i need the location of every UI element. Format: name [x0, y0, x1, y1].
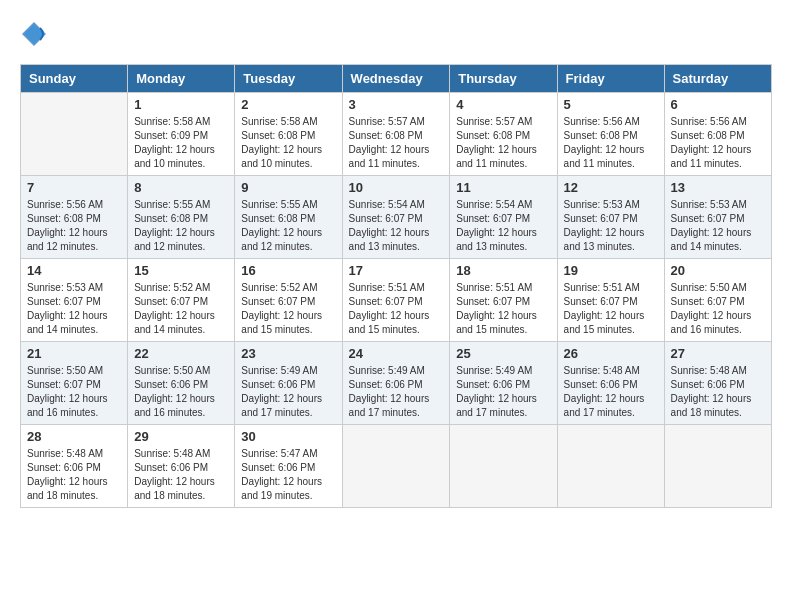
day-number: 14 — [27, 263, 121, 278]
day-cell: 16Sunrise: 5:52 AMSunset: 6:07 PMDayligh… — [235, 259, 342, 342]
day-cell: 17Sunrise: 5:51 AMSunset: 6:07 PMDayligh… — [342, 259, 450, 342]
day-cell: 8Sunrise: 5:55 AMSunset: 6:08 PMDaylight… — [128, 176, 235, 259]
week-row-3: 14Sunrise: 5:53 AMSunset: 6:07 PMDayligh… — [21, 259, 772, 342]
day-cell — [450, 425, 557, 508]
day-number: 22 — [134, 346, 228, 361]
day-number: 5 — [564, 97, 658, 112]
col-sunday: Sunday — [21, 65, 128, 93]
day-cell: 12Sunrise: 5:53 AMSunset: 6:07 PMDayligh… — [557, 176, 664, 259]
day-info: Sunrise: 5:56 AMSunset: 6:08 PMDaylight:… — [27, 199, 108, 252]
day-info: Sunrise: 5:51 AMSunset: 6:07 PMDaylight:… — [349, 282, 430, 335]
day-info: Sunrise: 5:50 AMSunset: 6:06 PMDaylight:… — [134, 365, 215, 418]
day-info: Sunrise: 5:52 AMSunset: 6:07 PMDaylight:… — [241, 282, 322, 335]
day-cell: 15Sunrise: 5:52 AMSunset: 6:07 PMDayligh… — [128, 259, 235, 342]
day-number: 13 — [671, 180, 765, 195]
day-info: Sunrise: 5:52 AMSunset: 6:07 PMDaylight:… — [134, 282, 215, 335]
day-number: 30 — [241, 429, 335, 444]
day-number: 25 — [456, 346, 550, 361]
day-cell: 1Sunrise: 5:58 AMSunset: 6:09 PMDaylight… — [128, 93, 235, 176]
day-number: 12 — [564, 180, 658, 195]
day-info: Sunrise: 5:49 AMSunset: 6:06 PMDaylight:… — [349, 365, 430, 418]
day-cell: 4Sunrise: 5:57 AMSunset: 6:08 PMDaylight… — [450, 93, 557, 176]
day-cell: 14Sunrise: 5:53 AMSunset: 6:07 PMDayligh… — [21, 259, 128, 342]
day-number: 11 — [456, 180, 550, 195]
day-number: 26 — [564, 346, 658, 361]
day-info: Sunrise: 5:54 AMSunset: 6:07 PMDaylight:… — [349, 199, 430, 252]
day-cell — [664, 425, 771, 508]
day-number: 8 — [134, 180, 228, 195]
day-info: Sunrise: 5:54 AMSunset: 6:07 PMDaylight:… — [456, 199, 537, 252]
day-info: Sunrise: 5:51 AMSunset: 6:07 PMDaylight:… — [456, 282, 537, 335]
day-info: Sunrise: 5:55 AMSunset: 6:08 PMDaylight:… — [241, 199, 322, 252]
day-cell: 25Sunrise: 5:49 AMSunset: 6:06 PMDayligh… — [450, 342, 557, 425]
day-cell: 29Sunrise: 5:48 AMSunset: 6:06 PMDayligh… — [128, 425, 235, 508]
day-number: 24 — [349, 346, 444, 361]
col-monday: Monday — [128, 65, 235, 93]
day-number: 19 — [564, 263, 658, 278]
day-number: 23 — [241, 346, 335, 361]
day-cell: 28Sunrise: 5:48 AMSunset: 6:06 PMDayligh… — [21, 425, 128, 508]
logo — [20, 20, 50, 48]
day-cell — [21, 93, 128, 176]
day-info: Sunrise: 5:56 AMSunset: 6:08 PMDaylight:… — [564, 116, 645, 169]
day-number: 21 — [27, 346, 121, 361]
day-cell: 26Sunrise: 5:48 AMSunset: 6:06 PMDayligh… — [557, 342, 664, 425]
day-cell — [342, 425, 450, 508]
day-cell: 5Sunrise: 5:56 AMSunset: 6:08 PMDaylight… — [557, 93, 664, 176]
day-cell: 22Sunrise: 5:50 AMSunset: 6:06 PMDayligh… — [128, 342, 235, 425]
day-info: Sunrise: 5:51 AMSunset: 6:07 PMDaylight:… — [564, 282, 645, 335]
calendar-table: Sunday Monday Tuesday Wednesday Thursday… — [20, 64, 772, 508]
svg-marker-1 — [24, 24, 44, 44]
day-info: Sunrise: 5:48 AMSunset: 6:06 PMDaylight:… — [27, 448, 108, 501]
day-cell: 19Sunrise: 5:51 AMSunset: 6:07 PMDayligh… — [557, 259, 664, 342]
day-info: Sunrise: 5:48 AMSunset: 6:06 PMDaylight:… — [134, 448, 215, 501]
day-number: 7 — [27, 180, 121, 195]
day-cell: 24Sunrise: 5:49 AMSunset: 6:06 PMDayligh… — [342, 342, 450, 425]
day-number: 16 — [241, 263, 335, 278]
week-row-5: 28Sunrise: 5:48 AMSunset: 6:06 PMDayligh… — [21, 425, 772, 508]
day-cell: 27Sunrise: 5:48 AMSunset: 6:06 PMDayligh… — [664, 342, 771, 425]
day-number: 1 — [134, 97, 228, 112]
day-info: Sunrise: 5:48 AMSunset: 6:06 PMDaylight:… — [564, 365, 645, 418]
day-number: 4 — [456, 97, 550, 112]
day-info: Sunrise: 5:57 AMSunset: 6:08 PMDaylight:… — [456, 116, 537, 169]
day-number: 6 — [671, 97, 765, 112]
day-info: Sunrise: 5:48 AMSunset: 6:06 PMDaylight:… — [671, 365, 752, 418]
day-cell: 13Sunrise: 5:53 AMSunset: 6:07 PMDayligh… — [664, 176, 771, 259]
col-thursday: Thursday — [450, 65, 557, 93]
day-info: Sunrise: 5:50 AMSunset: 6:07 PMDaylight:… — [671, 282, 752, 335]
day-info: Sunrise: 5:53 AMSunset: 6:07 PMDaylight:… — [564, 199, 645, 252]
day-number: 29 — [134, 429, 228, 444]
day-cell: 9Sunrise: 5:55 AMSunset: 6:08 PMDaylight… — [235, 176, 342, 259]
day-info: Sunrise: 5:50 AMSunset: 6:07 PMDaylight:… — [27, 365, 108, 418]
day-cell: 7Sunrise: 5:56 AMSunset: 6:08 PMDaylight… — [21, 176, 128, 259]
day-cell — [557, 425, 664, 508]
day-cell: 23Sunrise: 5:49 AMSunset: 6:06 PMDayligh… — [235, 342, 342, 425]
day-number: 3 — [349, 97, 444, 112]
col-tuesday: Tuesday — [235, 65, 342, 93]
day-info: Sunrise: 5:49 AMSunset: 6:06 PMDaylight:… — [241, 365, 322, 418]
col-saturday: Saturday — [664, 65, 771, 93]
day-info: Sunrise: 5:49 AMSunset: 6:06 PMDaylight:… — [456, 365, 537, 418]
day-cell: 18Sunrise: 5:51 AMSunset: 6:07 PMDayligh… — [450, 259, 557, 342]
day-info: Sunrise: 5:57 AMSunset: 6:08 PMDaylight:… — [349, 116, 430, 169]
day-info: Sunrise: 5:53 AMSunset: 6:07 PMDaylight:… — [27, 282, 108, 335]
week-row-4: 21Sunrise: 5:50 AMSunset: 6:07 PMDayligh… — [21, 342, 772, 425]
day-info: Sunrise: 5:47 AMSunset: 6:06 PMDaylight:… — [241, 448, 322, 501]
day-cell: 21Sunrise: 5:50 AMSunset: 6:07 PMDayligh… — [21, 342, 128, 425]
week-row-1: 1Sunrise: 5:58 AMSunset: 6:09 PMDaylight… — [21, 93, 772, 176]
day-info: Sunrise: 5:56 AMSunset: 6:08 PMDaylight:… — [671, 116, 752, 169]
day-number: 27 — [671, 346, 765, 361]
col-wednesday: Wednesday — [342, 65, 450, 93]
day-cell: 6Sunrise: 5:56 AMSunset: 6:08 PMDaylight… — [664, 93, 771, 176]
day-cell: 10Sunrise: 5:54 AMSunset: 6:07 PMDayligh… — [342, 176, 450, 259]
day-number: 28 — [27, 429, 121, 444]
logo-icon — [20, 20, 48, 48]
day-cell: 3Sunrise: 5:57 AMSunset: 6:08 PMDaylight… — [342, 93, 450, 176]
col-friday: Friday — [557, 65, 664, 93]
day-number: 20 — [671, 263, 765, 278]
day-number: 17 — [349, 263, 444, 278]
header-row: Sunday Monday Tuesday Wednesday Thursday… — [21, 65, 772, 93]
day-cell: 11Sunrise: 5:54 AMSunset: 6:07 PMDayligh… — [450, 176, 557, 259]
day-info: Sunrise: 5:53 AMSunset: 6:07 PMDaylight:… — [671, 199, 752, 252]
